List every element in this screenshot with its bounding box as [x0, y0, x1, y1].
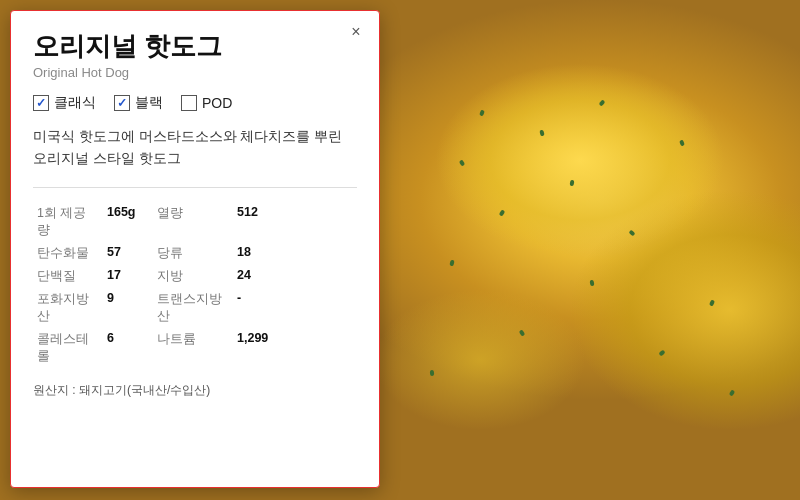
sugar-value: 18	[233, 242, 357, 265]
variant-checkboxes: ✓ 클래식 ✓ 블랙 POD	[33, 94, 357, 112]
herb-overlay	[400, 80, 760, 460]
checkbox-classic-label: 클래식	[54, 94, 96, 112]
carb-label: 탄수화물	[33, 242, 103, 265]
protein-value: 17	[103, 265, 153, 288]
calories-value: 512	[233, 202, 357, 242]
carb-value: 57	[103, 242, 153, 265]
serving-label: 1회 제공량	[33, 202, 103, 242]
sugar-label: 당류	[153, 242, 233, 265]
sodium-value: 1,299	[233, 328, 357, 368]
checkbox-classic-box[interactable]: ✓	[33, 95, 49, 111]
fat-label: 지방	[153, 265, 233, 288]
product-title-english: Original Hot Dog	[33, 65, 357, 80]
protein-label: 단백질	[33, 265, 103, 288]
transfat-value: -	[233, 288, 357, 328]
checkbox-black-label: 블랙	[135, 94, 163, 112]
nutrition-row-serving: 1회 제공량 165g 열량 512	[33, 202, 357, 242]
chol-value: 6	[103, 328, 153, 368]
sodium-label: 나트륨	[153, 328, 233, 368]
product-title-korean: 오리지널 핫도그	[33, 31, 357, 62]
checkbox-classic-check: ✓	[36, 96, 46, 110]
calories-label: 열량	[153, 202, 233, 242]
checkbox-classic[interactable]: ✓ 클래식	[33, 94, 96, 112]
nutrition-row-chol: 콜레스테롤 6 나트륨 1,299	[33, 328, 357, 368]
nutrition-row-protein: 단백질 17 지방 24	[33, 265, 357, 288]
serving-value: 165g	[103, 202, 153, 242]
nutrition-row-satfat: 포화지방산 9 트랜스지방산 -	[33, 288, 357, 328]
nutrition-row-carb: 탄수화물 57 당류 18	[33, 242, 357, 265]
product-description: 미국식 핫도그에 머스타드소스와 체다치즈를 뿌린오리지널 스타일 핫도그	[33, 126, 357, 169]
close-button[interactable]: ×	[345, 21, 367, 43]
chol-label: 콜레스테롤	[33, 328, 103, 368]
transfat-label: 트랜스지방산	[153, 288, 233, 328]
checkbox-black-check: ✓	[117, 96, 127, 110]
satfat-value: 9	[103, 288, 153, 328]
checkbox-black-box[interactable]: ✓	[114, 95, 130, 111]
origin-text: 원산지 : 돼지고기(국내산/수입산)	[33, 382, 357, 399]
fat-value: 24	[233, 265, 357, 288]
product-modal: × 오리지널 핫도그 Original Hot Dog ✓ 클래식 ✓ 블랙 P…	[10, 10, 380, 488]
checkbox-pod-box[interactable]	[181, 95, 197, 111]
satfat-label: 포화지방산	[33, 288, 103, 328]
nutrition-table: 1회 제공량 165g 열량 512 탄수화물 57 당류 18 단백질 17 …	[33, 202, 357, 368]
divider	[33, 187, 357, 188]
checkbox-black[interactable]: ✓ 블랙	[114, 94, 163, 112]
checkbox-pod-label: POD	[202, 95, 232, 111]
checkbox-pod[interactable]: POD	[181, 95, 232, 111]
